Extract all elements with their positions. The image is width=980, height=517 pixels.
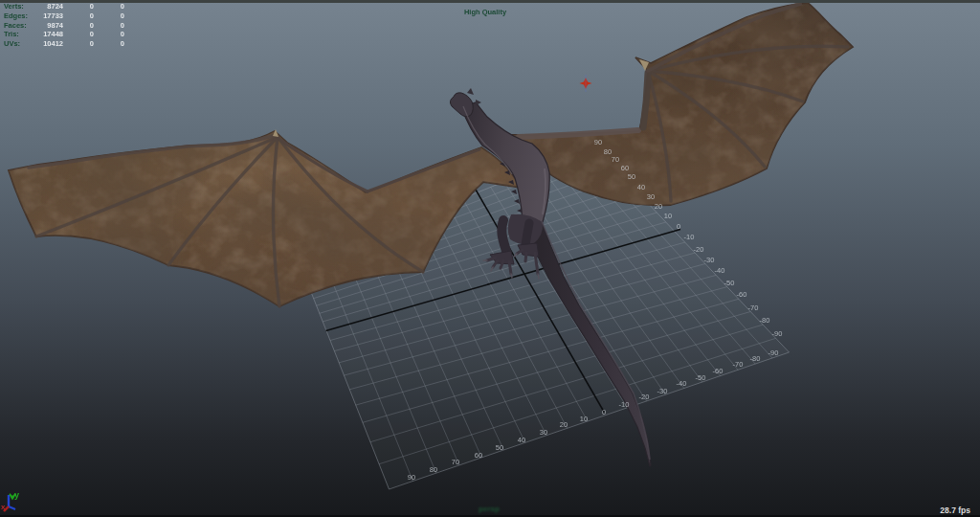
- svg-text:-50: -50: [696, 373, 706, 382]
- svg-text:50: 50: [628, 172, 635, 181]
- svg-text:60: 60: [621, 164, 629, 172]
- svg-text:-50: -50: [724, 279, 735, 287]
- svg-text:60: 60: [475, 451, 482, 460]
- svg-text:20: 20: [655, 202, 662, 211]
- svg-text:-80: -80: [760, 316, 770, 325]
- svg-text:-60: -60: [737, 290, 747, 299]
- svg-text:90: 90: [594, 138, 602, 146]
- svg-text:-10: -10: [619, 400, 630, 409]
- svg-text:50: 50: [496, 443, 503, 452]
- svg-text:10: 10: [580, 415, 588, 423]
- svg-text:y: y: [14, 490, 19, 500]
- svg-text:80: 80: [430, 465, 437, 474]
- svg-text:-80: -80: [750, 354, 761, 363]
- svg-text:-20: -20: [694, 245, 704, 254]
- svg-text:-70: -70: [748, 303, 759, 312]
- svg-text:-30: -30: [657, 387, 668, 395]
- svg-text:-40: -40: [677, 379, 687, 388]
- svg-text:-10: -10: [684, 233, 695, 241]
- svg-text:70: 70: [452, 458, 459, 466]
- svg-text:70: 70: [612, 155, 619, 164]
- svg-text:-90: -90: [768, 348, 779, 357]
- svg-text:-60: -60: [713, 367, 724, 375]
- svg-text:-90: -90: [772, 329, 783, 338]
- svg-text:-30: -30: [704, 256, 715, 264]
- svg-text:40: 40: [518, 436, 525, 444]
- svg-text:10: 10: [664, 212, 672, 220]
- svg-text:-70: -70: [733, 360, 744, 369]
- svg-text:0: 0: [602, 408, 606, 416]
- svg-text:20: 20: [560, 420, 568, 429]
- svg-text:-20: -20: [639, 393, 650, 401]
- svg-text:x: x: [1, 503, 6, 511]
- svg-text:40: 40: [637, 183, 645, 191]
- svg-text:90: 90: [408, 473, 415, 482]
- svg-text:30: 30: [540, 428, 547, 437]
- svg-text:0: 0: [677, 222, 680, 231]
- svg-text:30: 30: [647, 192, 655, 201]
- svg-text:-40: -40: [715, 266, 725, 275]
